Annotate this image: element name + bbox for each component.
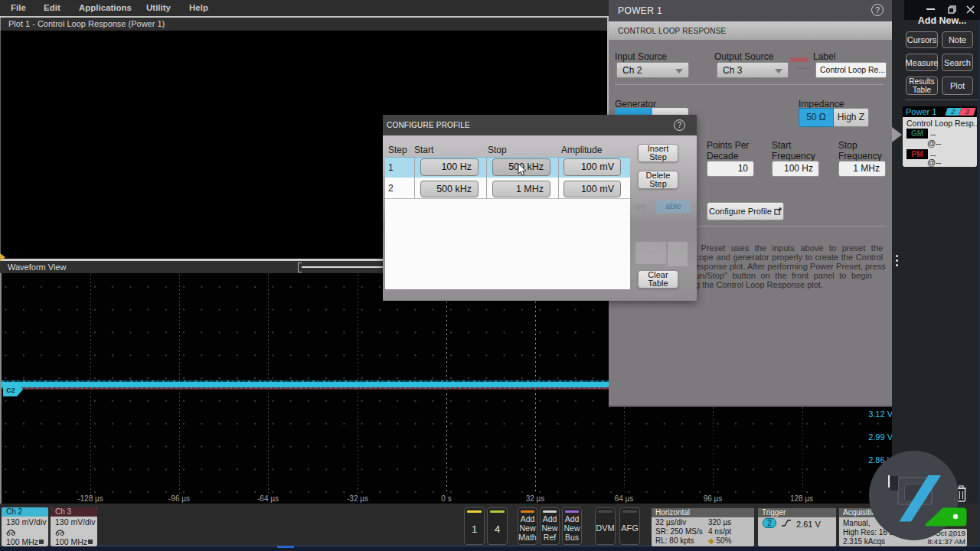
- svg-text:C2: C2: [6, 386, 15, 394]
- svg-text:TM: TM: [947, 533, 955, 538]
